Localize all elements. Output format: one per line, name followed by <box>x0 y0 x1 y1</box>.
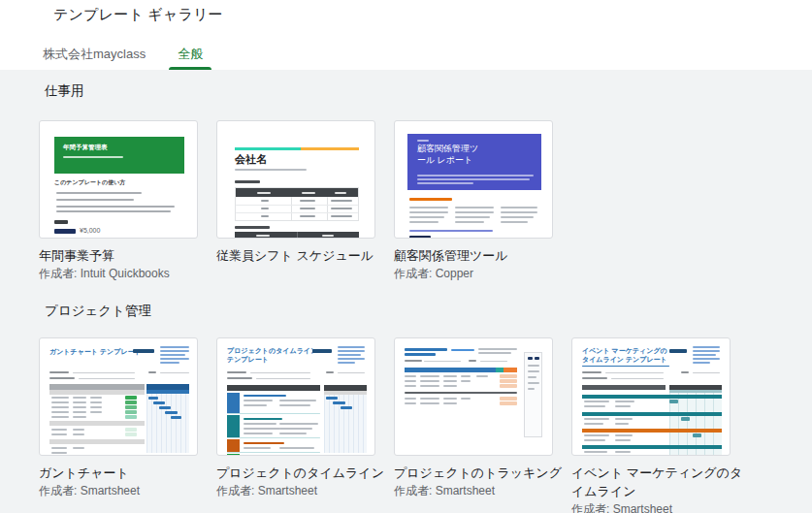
thumbnail-decoration <box>165 411 178 414</box>
tab-general[interactable]: 全般 <box>178 39 203 70</box>
thumbnail-decoration <box>227 452 320 453</box>
thumbnail-decoration <box>125 433 137 436</box>
thumbnail-decoration <box>236 212 358 213</box>
thumbnail-decoration <box>56 192 142 194</box>
thumbnail-decoration <box>584 401 609 402</box>
thumbnail-decoration <box>469 360 476 362</box>
thumbnail-decoration <box>327 197 328 220</box>
thumbnail-decoration <box>125 405 137 409</box>
thumbnail-decoration <box>54 220 68 224</box>
thumb-doc-title: ガントチャート テンプレート <box>49 348 142 356</box>
thumbnail-decoration <box>54 229 76 234</box>
thumbnail-decoration <box>420 385 439 387</box>
thumb-doc-title-line1: プロジェクトのタイムライン <box>227 347 317 355</box>
thumb-usage-heading: このテンプレートの使い方 <box>54 179 125 186</box>
section-project-management: プロジェクト管理 ガントチャート テンプレート <box>39 303 812 513</box>
thumbnail-decoration <box>405 360 422 362</box>
thumbnail-decoration <box>405 385 416 387</box>
template-thumbnail: 年間予算管理表 このテンプレートの使い方 ¥5,000 <box>39 120 198 239</box>
thumbnail-decoration <box>227 371 246 373</box>
thumbnail-decoration <box>297 232 298 239</box>
template-card-project-tracking[interactable]: プロジェクトのトラッキング 作成者: Smartsheet <box>394 337 555 513</box>
card-title: 年間事業予算 <box>39 246 211 265</box>
thumbnail-decoration <box>335 192 346 194</box>
thumbnail-decoration <box>405 402 416 404</box>
thumbnail-decoration <box>615 439 631 441</box>
thumbnail-decoration <box>582 385 666 390</box>
thumbnail-decoration <box>49 390 145 395</box>
card-title: プロジェクトのトラッキング <box>394 464 567 482</box>
thumb-price: ¥5,000 <box>80 227 100 235</box>
template-card-event-marketing-timeline[interactable]: イベント マーケティングの タイムライン テンプレート <box>571 337 732 513</box>
thumbnail-decoration <box>405 398 416 400</box>
thumbnail-decoration <box>417 140 429 142</box>
card-row-project-management: ガントチャート テンプレート <box>39 337 812 513</box>
thumbnail-decoration <box>63 156 123 158</box>
thumbnail-decoration <box>693 358 720 360</box>
thumbnail-decoration <box>535 357 539 360</box>
thumbnail-decoration <box>312 349 332 353</box>
thumbnail-decoration <box>582 429 722 433</box>
thumbnail-decoration <box>148 397 158 400</box>
thumbnail-decoration <box>256 378 310 379</box>
thumbnail-decoration <box>244 447 271 449</box>
section-title-project-management: プロジェクト管理 <box>45 303 812 320</box>
thumbnail-decoration <box>244 428 280 430</box>
thumbnail-decoration <box>500 374 517 378</box>
template-card-gantt-chart[interactable]: ガントチャート テンプレート <box>39 337 200 513</box>
thumbnail-decoration <box>582 455 722 456</box>
thumbnail-decoration <box>615 451 631 453</box>
thumbnail-decoration <box>73 372 135 373</box>
thumbnail-decoration <box>331 215 352 217</box>
template-thumbnail: イベント マーケティングの タイムライン テンプレート <box>571 337 731 456</box>
thumbnail-decoration <box>227 393 240 413</box>
thumbnail-decoration <box>244 423 276 425</box>
template-card-shift-schedule[interactable]: 会社名 <box>216 120 377 281</box>
thumbnail-decoration <box>73 447 84 449</box>
template-card-project-timeline[interactable]: プロジェクトのタイムライン テンプレート <box>216 337 377 513</box>
thumbnail-decoration <box>501 216 534 218</box>
thumbnail-decoration <box>341 406 352 409</box>
thumbnail-decoration <box>615 423 629 425</box>
template-card-crm-tool[interactable]: 顧客関係管理ツ ール レポート 顧客関係管理ツール <box>394 120 555 281</box>
thumbnail-decoration <box>409 230 493 232</box>
thumbnail-decoration <box>90 406 102 408</box>
thumbnail-decoration <box>338 362 355 364</box>
thumbnail-decoration <box>443 380 457 382</box>
thumbnail-decoration <box>160 358 189 360</box>
template-card-annual-budget[interactable]: 年間予算管理表 このテンプレートの使い方 ¥5,000 年間事業予算 作成者: … <box>39 120 200 281</box>
thumbnail-decoration <box>455 221 484 223</box>
thumbnail-decoration <box>235 226 270 229</box>
thumbnail-decoration <box>244 400 273 401</box>
template-thumbnail: ガントチャート テンプレート <box>39 337 198 456</box>
thumbnail-decoration <box>261 200 269 202</box>
thumbnail-decoration <box>476 375 488 377</box>
thumbnail-decoration <box>291 197 292 220</box>
thumbnail-decoration <box>153 401 165 404</box>
thumbnail-decoration <box>125 396 137 400</box>
thumb-company-name: 会社名 <box>235 153 267 165</box>
thumb-doc-title-line1: イベント マーケティングの <box>582 347 667 355</box>
thumbnail-decoration <box>324 395 367 453</box>
thumbnail-decoration <box>279 447 314 449</box>
thumbnail-decoration <box>409 211 448 213</box>
thumbnail-decoration <box>56 199 134 201</box>
thumbnail-decoration <box>160 346 189 348</box>
card-author: 作成者: Copper <box>394 266 555 281</box>
thumbnail-decoration <box>455 216 490 218</box>
thumbnail-decoration <box>133 349 154 353</box>
thumbnail-decoration <box>261 208 269 209</box>
tab-company-templates[interactable]: 株式会社mayclass <box>43 39 146 70</box>
thumbnail-decoration <box>257 192 271 194</box>
thumbnail-decoration <box>417 178 530 180</box>
card-title: ガントチャート <box>39 464 211 482</box>
thumb-doc-title-line2: テンプレート <box>227 356 269 364</box>
thumbnail-decoration <box>79 378 135 379</box>
thumbnail-decoration <box>681 417 690 421</box>
thumbnail-decoration <box>500 401 517 405</box>
thumbnail-decoration <box>501 211 537 213</box>
thumbnail-decoration <box>302 192 315 194</box>
thumbnail-decoration <box>73 406 86 408</box>
thumbnail-decoration <box>244 418 282 420</box>
card-title: プロジェクトのタイムライン <box>216 464 389 482</box>
